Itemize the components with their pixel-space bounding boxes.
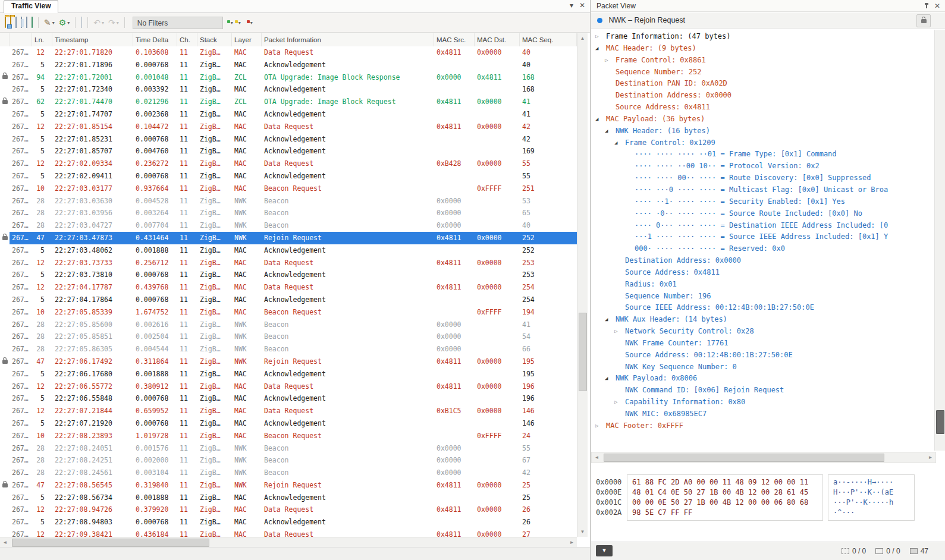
- traffic-row[interactable]: 267…522:27:01.857070.00476011ZigB…MACAck…: [0, 145, 577, 158]
- traffic-row[interactable]: 267…9422:27:01.720010.00104811ZigB…ZCLOT…: [0, 71, 577, 84]
- tree-expanded-icon[interactable]: ◢: [605, 373, 608, 385]
- tree-expanded-icon[interactable]: ◢: [605, 125, 608, 137]
- settings-icon[interactable]: ⚙▾: [58, 16, 71, 29]
- scroll-left-icon[interactable]: ◄: [592, 452, 602, 463]
- filter-clear-icon[interactable]: ▾: [248, 16, 254, 29]
- pin-icon[interactable]: [926, 3, 927, 8]
- traffic-row[interactable]: 267…522:27:02.094110.00076811ZigB…MACAck…: [0, 170, 577, 183]
- traffic-row[interactable]: 267…1222:27:06.557720.38091211ZigB…MACDa…: [0, 380, 577, 393]
- tree-expanded-icon[interactable]: ◢: [614, 137, 617, 149]
- tab-close-icon[interactable]: ✕: [579, 1, 585, 10]
- tree-node[interactable]: ···· ···· ··00 10·· = Protocol Version: …: [592, 161, 935, 172]
- column-header-blank[interactable]: [0, 33, 10, 46]
- tree-expanded-icon[interactable]: ◢: [595, 43, 598, 55]
- traffic-row[interactable]: 267…522:27:08.567340.00188811ZigB…MACAck…: [0, 492, 577, 504]
- log-view-icon[interactable]: [25, 16, 29, 29]
- traffic-row[interactable]: 267…1022:27:03.031770.93766411ZigB…MACBe…: [0, 183, 577, 195]
- back-icon[interactable]: ↶▾: [92, 16, 105, 29]
- column-header-mac-seq[interactable]: MAC Seq.: [520, 33, 577, 46]
- tree-node[interactable]: ···· ···· 00·· ···· = Route Discovery: […: [592, 172, 935, 184]
- column-header-packet-information[interactable]: Packet Information: [262, 33, 434, 46]
- tree-node[interactable]: ◢MAC Payload: (36 bytes): [592, 114, 935, 125]
- tree-vertical-scrollbar[interactable]: [934, 30, 945, 451]
- column-header-mac-src[interactable]: MAC Src.: [434, 33, 475, 46]
- filter-highlight-icon[interactable]: ▾: [236, 16, 242, 29]
- traffic-row[interactable]: 267…522:27:07.219200.00076811ZigB…MACAck…: [0, 417, 577, 430]
- traffic-row[interactable]: 267…1222:27:03.737330.25671211ZigB…MACDa…: [0, 257, 577, 269]
- hex-bytes-row[interactable]: 00 00 0E 50 27 1B 00 4B 12 00 00 06 80 6…: [632, 498, 818, 508]
- tree-node[interactable]: ◢NWK Payload: 0x8006: [592, 373, 935, 385]
- tree-node[interactable]: ◢NWK Aux Header: (14 bytes): [592, 314, 935, 326]
- column-header-stack[interactable]: Stack: [197, 33, 232, 46]
- tree-expanded-icon[interactable]: ◢: [605, 314, 608, 326]
- hex-bytes-row[interactable]: 98 5E C7 FF FF: [632, 508, 818, 518]
- hex-ascii-column[interactable]: a··-····H→····H···P'··K··(aE···P'··K····…: [828, 474, 915, 521]
- tree-node[interactable]: ···· ···0 ···· ···· = Multicast Flag: [0…: [592, 184, 935, 196]
- tree-node[interactable]: Destination Address: 0x0000: [592, 255, 935, 267]
- tree-node[interactable]: Source Address: 0x4811: [592, 267, 935, 279]
- traffic-row[interactable]: 267…1222:27:01.851540.10447211ZigB…MACDa…: [0, 121, 577, 133]
- filter-apply-icon[interactable]: ▾: [228, 16, 234, 29]
- tree-node[interactable]: Destination PAN ID: 0xA02D: [592, 78, 935, 90]
- column-header-blank[interactable]: [10, 33, 32, 46]
- network-view-icon[interactable]: [20, 16, 23, 29]
- hex-ascii-row[interactable]: ···P'··K·····h: [833, 498, 909, 508]
- tab-menu-icon[interactable]: ▾: [570, 1, 573, 10]
- save-file-icon[interactable]: [9, 16, 12, 29]
- scrollbar-thumb[interactable]: [12, 539, 209, 547]
- traffic-row[interactable]: 267…522:27:03.738100.00076811ZigB…MACAck…: [0, 269, 577, 281]
- capture-icon[interactable]: [30, 16, 34, 29]
- traffic-row[interactable]: 267…1222:27:04.177870.43976811ZigB…MACDa…: [0, 281, 577, 294]
- tree-node[interactable]: ▷MAC Footer: 0xFFFF: [592, 420, 935, 432]
- traffic-row[interactable]: 267…2822:27:08.240510.00157611ZigB…NWKBe…: [0, 442, 577, 455]
- traffic-row[interactable]: 267…2822:27:05.863050.00454411ZigB…NWKBe…: [0, 343, 577, 355]
- tree-collapsed-icon[interactable]: ▷: [614, 397, 617, 408]
- tree-node[interactable]: NWK Command ID: [0x06] Rejoin Request: [592, 385, 935, 397]
- tree-node[interactable]: ···· ··1· ···· ···· = Security Enabled: …: [592, 196, 935, 208]
- tree-node[interactable]: Source Address: 00:12:4B:00:1B:27:50:0E: [592, 350, 935, 361]
- tree-collapsed-icon[interactable]: ▷: [605, 55, 608, 67]
- tree-node[interactable]: 000· ···· ···· ···· = Reserved: 0x0: [592, 243, 935, 255]
- traffic-row[interactable]: 267…1022:27:05.853391.67475211ZigB…MACBe…: [0, 306, 577, 319]
- coloring-rules-icon[interactable]: ✎▾: [43, 16, 56, 29]
- traffic-row[interactable]: 267…1222:27:07.218440.65995211ZigB…MACDa…: [0, 405, 577, 417]
- tree-node[interactable]: ◢NWK Header: (16 bytes): [592, 125, 935, 137]
- traffic-row[interactable]: 267…1222:27:01.718200.10360811ZigB…MACDa…: [0, 46, 577, 59]
- tree-node[interactable]: ◢MAC Header: (9 bytes): [592, 43, 935, 55]
- traffic-view-icon[interactable]: [14, 16, 18, 29]
- tree-node[interactable]: ▷Network Security Control: 0x28: [592, 326, 935, 338]
- traffic-row[interactable]: 267…2822:27:05.858510.00250411ZigB…NWKBe…: [0, 331, 577, 343]
- hex-bytes-row[interactable]: 61 88 FC 2D A0 00 00 11 48 09 12 00 00 1…: [632, 477, 818, 487]
- tree-expanded-icon[interactable]: ◢: [595, 114, 598, 125]
- decrypted-lock-button[interactable]: [916, 14, 931, 27]
- scroll-down-icon[interactable]: ▼: [577, 527, 588, 537]
- traffic-row[interactable]: 267…4722:27:08.565450.31984011ZigB…NWKRe…: [0, 479, 577, 492]
- tab-traffic-view[interactable]: Traffic View: [4, 0, 58, 13]
- traffic-row[interactable]: 267…1022:27:08.238931.01972811ZigB…MACBe…: [0, 430, 577, 442]
- hex-bytes-column[interactable]: 61 88 FC 2D A0 00 00 11 48 09 12 00 00 1…: [627, 474, 823, 521]
- traffic-row[interactable]: 267…522:27:01.747070.00236811ZigB…MACAck…: [0, 108, 577, 121]
- traffic-row[interactable]: 267…2822:27:08.242510.00200011ZigB…NWKBe…: [0, 454, 577, 467]
- clipboard-icon[interactable]: [80, 16, 83, 29]
- traffic-row[interactable]: 267…522:27:04.178640.00076811ZigB…MACAck…: [0, 294, 577, 306]
- traffic-row[interactable]: 267…4722:27:06.174920.31186411ZigB…NWKRe…: [0, 355, 577, 368]
- scrollbar-thumb[interactable]: [579, 313, 587, 391]
- column-header-layer[interactable]: Layer: [232, 33, 262, 46]
- traffic-row[interactable]: 267…4722:27:03.478730.43146411ZigB…NWKRe…: [0, 232, 577, 244]
- hex-ascii-row[interactable]: H···P'··K··(aE: [833, 487, 909, 498]
- close-icon[interactable]: ✕: [934, 0, 940, 12]
- tree-node[interactable]: ▷Capability Information: 0x80: [592, 397, 935, 408]
- traffic-row[interactable]: 267…2822:27:08.245610.00310411ZigB…NWKBe…: [0, 467, 577, 479]
- column-header-ln[interactable]: Ln.: [32, 33, 52, 46]
- forward-icon[interactable]: ↷▾: [107, 16, 120, 29]
- traffic-row[interactable]: 267…522:27:01.723400.00339211ZigB…MACAck…: [0, 83, 577, 96]
- traffic-row[interactable]: 267…522:27:03.480620.00188811ZigB…MACAck…: [0, 244, 577, 257]
- tree-node[interactable]: ···· ···· ···· ··01 = Frame Type: [0x1] …: [592, 149, 935, 161]
- traffic-row[interactable]: 267…1222:27:02.093340.23627211ZigB…MACDa…: [0, 158, 577, 170]
- tree-node[interactable]: Source IEEE Address: 00:12:4B:00:1B:27:5…: [592, 302, 935, 314]
- column-header-ch[interactable]: Ch.: [177, 33, 197, 46]
- traffic-row[interactable]: 267…522:27:06.176800.00188811ZigB…MACAck…: [0, 368, 577, 380]
- tree-node[interactable]: Sequence Number: 252: [592, 67, 935, 78]
- tree-node[interactable]: Source Address: 0x4811: [592, 102, 935, 114]
- traffic-row[interactable]: 267…522:27:06.558480.00076811ZigB…MACAck…: [0, 392, 577, 405]
